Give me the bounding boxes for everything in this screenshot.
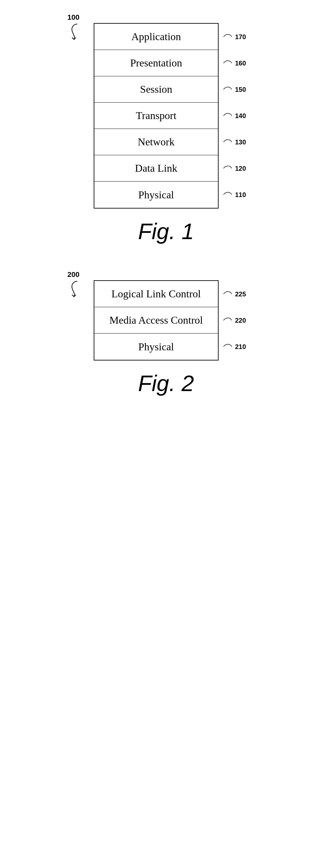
fig1-label-170: 170: [222, 24, 246, 50]
fig1-layer-transport: Transport: [94, 103, 218, 129]
fig2-label-210: 210: [222, 334, 246, 360]
fig2-ref-number-225: 225: [235, 290, 246, 298]
fig1-labels-column: 170160150140130120110: [222, 24, 246, 208]
fig1-label-120: 120: [222, 155, 246, 182]
fig1-ref-arrow-170-icon: [222, 32, 235, 42]
fig1-label-110: 110: [222, 182, 246, 208]
fig2-curly-arrow-icon: [67, 280, 87, 298]
fig1-ref-number-120: 120: [235, 165, 246, 172]
fig1-label: 100: [67, 13, 79, 22]
fig1-top-row: 100 ApplicationPresentationSessionTransp…: [67, 13, 265, 209]
fig2-label-225: 225: [222, 281, 246, 307]
fig2-ref-arrow-225-icon: [222, 289, 235, 299]
fig1-ref-arrow-160-icon: [222, 58, 235, 68]
fig1-ref-number-130: 130: [235, 138, 246, 146]
fig2-caption: Fig. 2: [0, 370, 332, 396]
fig2-label-220: 220: [222, 307, 246, 334]
fig1-ref-number-150: 150: [235, 86, 246, 93]
fig1-caption: Fig. 1: [0, 218, 332, 244]
fig1-label-150: 150: [222, 76, 246, 103]
figure-2-container: 200 Logical Link ControlMedia Access Con…: [0, 270, 332, 396]
fig1-ref-arrow-120-icon: [222, 163, 235, 173]
fig1-layer-presentation: Presentation: [94, 50, 218, 76]
fig1-ref-number-160: 160: [235, 60, 246, 67]
fig1-label-140: 140: [222, 103, 246, 129]
fig2-layer-media-access-control: Media Access Control: [94, 307, 218, 334]
fig2-top-row: 200 Logical Link ControlMedia Access Con…: [67, 270, 265, 361]
fig2-ref-number-210: 210: [235, 343, 246, 351]
fig2-labels-column: 225220210: [222, 281, 246, 360]
fig2-diagram-wrapper: Logical Link ControlMedia Access Control…: [94, 280, 246, 361]
fig1-layer-data-link: Data Link: [94, 155, 218, 182]
fig1-diagram-wrapper: ApplicationPresentationSessionTransportN…: [94, 23, 246, 209]
fig1-ref-arrow-130-icon: [222, 137, 235, 147]
fig2-layer-physical: Physical: [94, 334, 218, 360]
fig2-ref-arrow-210-icon: [222, 342, 235, 351]
fig2-label: 200: [67, 270, 79, 279]
fig1-label-130: 130: [222, 129, 246, 155]
fig1-curly-arrow-icon: [67, 22, 87, 40]
fig1-ref-arrow-150-icon: [222, 85, 235, 94]
fig1-layer-physical: Physical: [94, 182, 218, 208]
fig2-layer-logical-link-control: Logical Link Control: [94, 281, 218, 307]
fig1-ref-arrow-140-icon: [222, 111, 235, 121]
fig2-ref-number-220: 220: [235, 317, 246, 324]
fig1-layer-application: Application: [94, 24, 218, 50]
fig1-ref-number-170: 170: [235, 33, 246, 41]
fig1-osi-box: ApplicationPresentationSessionTransportN…: [94, 23, 219, 209]
fig1-layer-network: Network: [94, 129, 218, 155]
fig1-ref-number-140: 140: [235, 112, 246, 120]
fig2-ref-arrow-220-icon: [222, 315, 235, 325]
fig2-osi-box: Logical Link ControlMedia Access Control…: [94, 280, 219, 361]
fig1-label-160: 160: [222, 50, 246, 76]
fig1-ref-number-110: 110: [235, 191, 246, 199]
figure-1-container: 100 ApplicationPresentationSessionTransp…: [0, 13, 332, 244]
fig1-layer-session: Session: [94, 76, 218, 103]
fig1-ref-arrow-110-icon: [222, 190, 235, 200]
